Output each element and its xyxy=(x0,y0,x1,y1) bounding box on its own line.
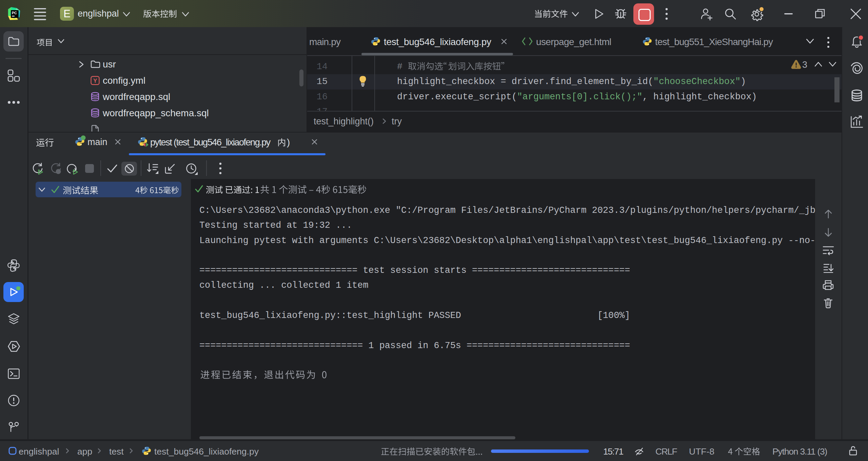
svg-text:Y: Y xyxy=(93,78,97,84)
svg-text:PC: PC xyxy=(12,11,17,15)
